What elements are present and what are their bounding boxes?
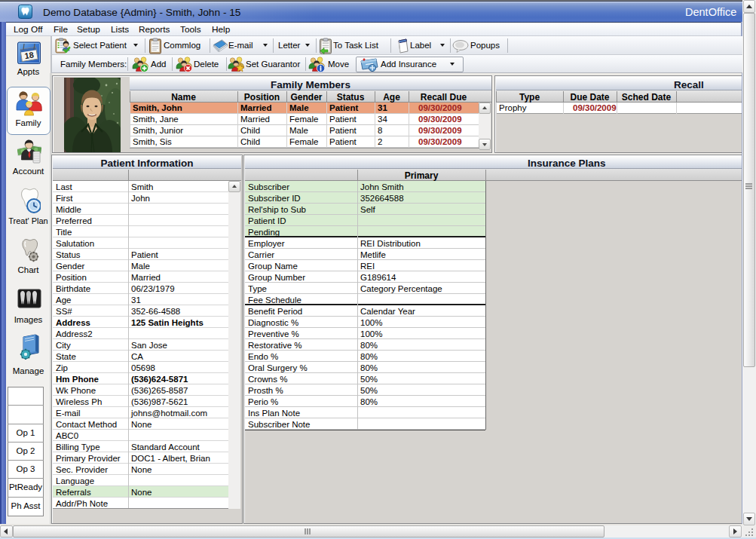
svg-text:18: 18 (24, 51, 35, 61)
